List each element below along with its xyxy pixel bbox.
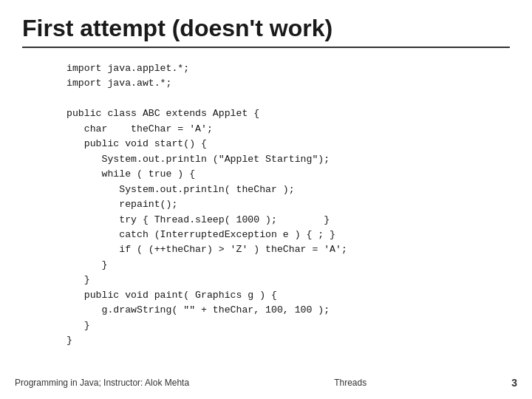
slide-title: First attempt (doesn't work) (22, 15, 510, 48)
slide-container: First attempt (doesn't work) import java… (0, 0, 532, 399)
footer-center: Threads (334, 378, 366, 388)
footer: Programming in Java; Instructor: Alok Me… (0, 377, 532, 389)
footer-left: Programming in Java; Instructor: Alok Me… (15, 378, 189, 388)
code-block: import java.applet.*; import java.awt.*;… (66, 61, 510, 349)
footer-right: 3 (511, 377, 517, 389)
